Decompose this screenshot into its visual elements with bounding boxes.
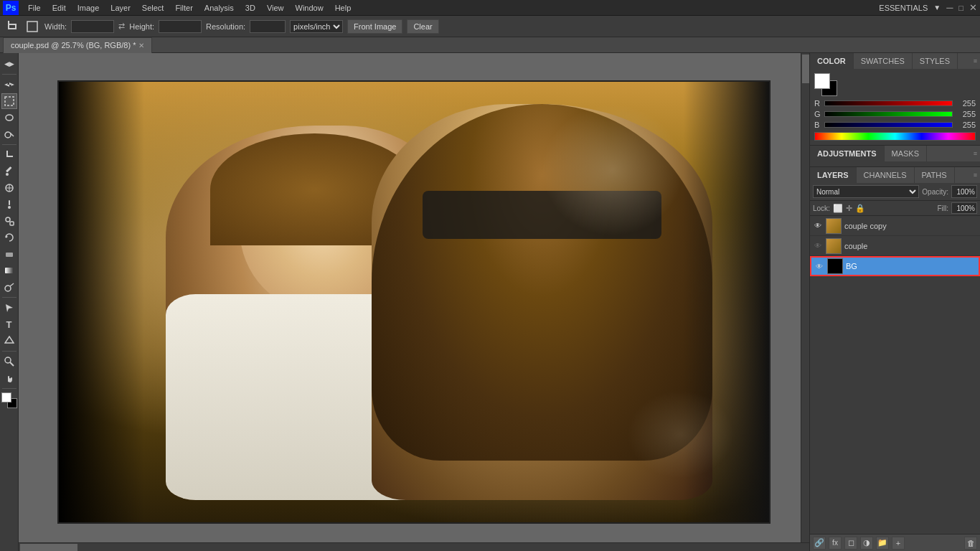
menu-edit[interactable]: Edit (47, 2, 71, 14)
tab-adjustments[interactable]: ADJUSTMENTS (810, 146, 885, 161)
gradient-tool[interactable] (1, 263, 17, 278)
brush-tool[interactable] (1, 197, 17, 212)
close-btn[interactable]: ✕ (969, 2, 977, 13)
fg-bg-colors[interactable] (1, 392, 17, 408)
menu-image[interactable]: Image (72, 2, 105, 14)
layers-panel-tabs: LAYERS CHANNELS PATHS ≡ (810, 167, 980, 183)
color-spectrum[interactable] (814, 132, 976, 141)
text-tool[interactable]: T (1, 316, 17, 332)
move-tool[interactable] (1, 77, 17, 93)
svg-line-30 (10, 362, 14, 366)
doc-tab-close[interactable]: ✕ (138, 42, 144, 50)
menu-analysis[interactable]: Analysis (199, 2, 239, 14)
delete-layer-btn[interactable]: 🗑 (964, 537, 977, 550)
shape-tool[interactable] (1, 333, 17, 349)
hscroll-thumb[interactable] (20, 544, 77, 551)
clone-stamp-tool[interactable] (1, 213, 17, 229)
vscroll-thumb[interactable] (802, 55, 809, 83)
tab-swatches[interactable]: SWATCHES (854, 53, 913, 69)
zoom-tool[interactable] (1, 354, 17, 369)
eyedropper-tool[interactable] (1, 164, 17, 179)
tab-color[interactable]: COLOR (810, 53, 854, 69)
menu-help[interactable]: Help (330, 2, 357, 14)
marquee-tool[interactable] (1, 93, 17, 109)
new-layer-btn[interactable]: + (892, 537, 905, 550)
adjustment-layer-btn[interactable]: ◑ (860, 537, 873, 550)
clear-btn[interactable]: Clear (407, 19, 438, 34)
layer-item-bg[interactable]: 👁 BG (810, 256, 980, 276)
dodge-tool[interactable] (1, 279, 17, 295)
lock-pixels-icon[interactable]: ⬜ (833, 204, 843, 213)
menu-window[interactable]: Window (291, 2, 329, 14)
toolbar-collapse-btn[interactable]: ◀▶ (1, 56, 17, 72)
lock-all-icon[interactable]: 🔒 (855, 204, 865, 213)
svg-point-8 (6, 115, 13, 121)
aspect-ratio-icon[interactable] (24, 19, 40, 34)
svg-marker-22 (6, 235, 8, 238)
menu-layer[interactable]: Layer (105, 2, 136, 14)
quick-select-tool[interactable] (1, 126, 17, 142)
blend-mode-select[interactable]: Normal Multiply Screen (813, 185, 919, 198)
g-slider[interactable] (824, 111, 953, 117)
g-label: G (814, 110, 821, 118)
layer-style-btn[interactable]: fx (829, 537, 842, 550)
width-input[interactable] (71, 20, 114, 33)
hand-tool[interactable] (1, 370, 17, 386)
color-panel-tabs: COLOR SWATCHES STYLES ≡ (810, 53, 980, 69)
tab-styles[interactable]: STYLES (913, 53, 958, 69)
eraser-tool[interactable] (1, 246, 17, 262)
canvas-hscroll[interactable] (19, 542, 809, 551)
height-input[interactable] (159, 20, 202, 33)
crop-tool[interactable] (1, 147, 17, 163)
restore-btn[interactable]: □ (958, 4, 963, 12)
tab-channels[interactable]: CHANNELS (857, 167, 915, 183)
layer-visibility-bg[interactable]: 👁 (814, 261, 824, 271)
menu-3d[interactable]: 3D (240, 2, 260, 14)
fill-input[interactable] (951, 202, 977, 214)
layer-visibility-couple[interactable]: 👁 (813, 241, 823, 251)
svg-rect-21 (10, 222, 14, 225)
resolution-input[interactable] (250, 20, 286, 33)
tab-layers[interactable]: LAYERS (810, 167, 857, 183)
new-group-btn[interactable]: 📁 (876, 537, 889, 550)
fg-color-panel-swatch[interactable] (814, 73, 830, 89)
front-image-btn[interactable]: Front Image (347, 19, 402, 34)
tab-masks[interactable]: MASKS (885, 146, 928, 161)
crop-options-icon[interactable] (4, 19, 20, 34)
menu-select[interactable]: Select (137, 2, 169, 14)
b-slider[interactable] (824, 122, 953, 128)
menu-file[interactable]: File (23, 2, 46, 14)
color-panel-collapse[interactable]: ≡ (971, 57, 980, 65)
canvas-area[interactable] (19, 53, 809, 551)
menu-view[interactable]: View (262, 2, 289, 14)
r-slider[interactable] (824, 100, 953, 106)
layer-thumb-bg (827, 258, 843, 274)
fg-color-swatch[interactable] (1, 392, 11, 402)
canvas-vscroll[interactable] (801, 53, 809, 551)
essentials-dropdown-icon[interactable]: ▼ (933, 4, 941, 11)
menu-filter[interactable]: Filter (170, 2, 197, 14)
canvas-image[interactable] (59, 82, 769, 522)
healing-brush-tool[interactable] (1, 180, 17, 196)
channel-g-row: G 255 (814, 110, 976, 118)
layers-panel-collapse[interactable]: ≡ (971, 171, 980, 179)
fg-bg-swatch-area[interactable] (814, 73, 837, 96)
lock-position-icon[interactable]: ✛ (846, 204, 852, 213)
menu-bar: Ps File Edit Image Layer Select Filter A… (0, 0, 980, 16)
layer-visibility-couple-copy[interactable]: 👁 (813, 221, 823, 231)
opacity-input[interactable] (951, 185, 977, 198)
document-tab[interactable]: couple.psd @ 25.7% (BG, RGB/8) * ✕ (3, 37, 152, 53)
lasso-tool[interactable] (1, 110, 17, 126)
adjustments-panel-collapse[interactable]: ≡ (971, 150, 980, 157)
history-brush-tool[interactable] (1, 230, 17, 245)
layer-item-couple-copy[interactable]: 👁 couple copy (810, 216, 980, 236)
layer-item-couple[interactable]: 👁 couple (810, 236, 980, 256)
tab-paths[interactable]: PATHS (915, 167, 955, 183)
minimize-btn[interactable]: ─ (946, 2, 953, 13)
svg-rect-4 (27, 22, 37, 32)
resolution-unit-select[interactable]: pixels/inch pixels/cm (290, 20, 343, 33)
path-select-tool[interactable] (1, 300, 17, 316)
add-mask-btn[interactable]: ◻ (844, 537, 857, 550)
toolbar-divider-5 (2, 388, 17, 389)
link-layers-btn[interactable]: 🔗 (813, 537, 826, 550)
